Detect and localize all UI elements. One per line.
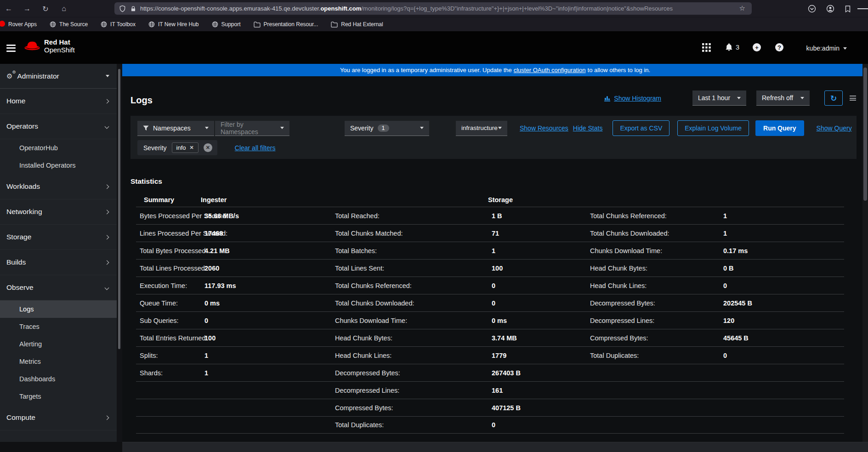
forward-icon[interactable]: →	[21, 3, 33, 15]
sidebar-subitem-targets[interactable]: Targets	[0, 388, 117, 405]
show-histogram-link[interactable]: Show Histogram	[604, 95, 661, 102]
stat-label: Head Chunk Bytes:	[331, 334, 488, 342]
stat-value: 0	[488, 299, 586, 307]
stat-value: 3.74 MB	[488, 334, 586, 342]
sidebar-subitem-metrics[interactable]: Metrics	[0, 353, 117, 370]
add-icon[interactable]: +	[753, 43, 761, 51]
stat-label: Total Reached:	[331, 212, 488, 220]
hide-stats-link[interactable]: Hide Stats	[573, 124, 603, 132]
bell-icon	[725, 43, 733, 51]
pocket-icon[interactable]	[806, 3, 817, 14]
table-row: Shards:1Decompressed Bytes:267403 B	[136, 364, 844, 381]
show-resources-link[interactable]: Show Resources	[520, 124, 568, 132]
stat-label: Splits:	[136, 352, 201, 359]
sidebar-subitem-operatorhub[interactable]: OperatorHub	[0, 139, 117, 157]
sidebar-item-operators[interactable]: Operators	[0, 114, 117, 139]
column-header-ingester: Ingester	[201, 196, 331, 203]
sidebar-item-networking[interactable]: Networking	[0, 199, 117, 225]
stat-label: Decompressed Bytes:	[586, 299, 720, 307]
severity-chip-info[interactable]: info ✕	[172, 142, 199, 153]
sidebar-subitem-installed-operators[interactable]: Installed Operators	[0, 157, 117, 174]
sync-icon: ↻	[830, 94, 837, 103]
chip-group-clear-icon[interactable]: ✕	[204, 143, 212, 152]
notifications-bell[interactable]: 3	[725, 43, 739, 51]
redhat-icon	[2, 21, 5, 28]
browser-menu-icon[interactable]	[857, 3, 868, 14]
stat-value: 35.66 MB/s	[201, 212, 331, 220]
namespaces-attribute-select[interactable]: Namespaces	[137, 121, 214, 136]
sidebar-subitem-traces[interactable]: Traces	[0, 318, 117, 335]
bottom-scroll-strip	[0, 442, 868, 452]
sidebar-subitem-alerting[interactable]: Alerting	[0, 335, 117, 353]
bookmark-item[interactable]: IT New Hire Hub	[148, 21, 199, 28]
sidebar-nav: ⚙⚙ Administrator HomeOperatorsOperatorHu…	[0, 64, 117, 452]
lock-icon[interactable]	[130, 5, 136, 12]
account-icon[interactable]	[825, 3, 836, 14]
refresh-interval-select[interactable]: Refresh off	[756, 90, 810, 106]
bookmarks-bar: Rover AppsThe SourceIT ToolboxIT New Hir…	[0, 17, 868, 31]
sync-button[interactable]: ↻	[824, 90, 843, 106]
severity-select[interactable]: Severity 1	[345, 121, 429, 136]
bookmark-item[interactable]: IT Toolbox	[101, 21, 136, 28]
back-icon[interactable]: ←	[3, 3, 15, 15]
stat-label: Decompressed Lines:	[586, 317, 720, 324]
bookmark-item[interactable]: Presentation Resour...	[254, 21, 318, 28]
sidebar-item-observe[interactable]: Observe	[0, 275, 117, 300]
table-row: Queue Time:0 msTotal Chunks Downloaded:0…	[136, 294, 844, 311]
sidebar-item-workloads[interactable]: Workloads	[0, 174, 117, 199]
sidebar-item-storage[interactable]: Storage	[0, 225, 117, 250]
table-row: Compressed Bytes:407125 B	[136, 399, 844, 416]
bookmark-item[interactable]: Red Hat External	[331, 21, 383, 28]
chevron-right-icon	[105, 415, 109, 420]
stat-label: Sub Queries:	[136, 317, 201, 324]
shield-icon[interactable]	[119, 5, 126, 12]
run-query-button[interactable]: Run Query	[755, 120, 804, 136]
time-range-select[interactable]: Last 1 hour	[692, 90, 746, 106]
banner-oauth-link[interactable]: cluster OAuth configuration	[514, 67, 586, 73]
bookmark-star-icon[interactable]: ☆	[739, 4, 745, 12]
bookmark-label: Presentation Resour...	[264, 21, 318, 28]
nav-toggle-icon[interactable]	[6, 43, 16, 53]
bookmark-item[interactable]: Rover Apps	[2, 21, 37, 28]
overflow-menu-icon[interactable]	[850, 94, 856, 102]
horizontal-scrollbar[interactable]	[122, 442, 868, 452]
stat-value: 71	[488, 230, 586, 237]
sidebar-item-home[interactable]: Home	[0, 89, 117, 114]
tenant-select[interactable]: infrastructure	[456, 121, 507, 136]
home-icon[interactable]: ⌂	[58, 3, 70, 15]
explain-log-volume-button[interactable]: Explain Log Volume	[677, 120, 749, 136]
filter-toolbar: Namespaces Filter by Namespaces Severity…	[130, 116, 857, 159]
sidebar-subitem-dashboards[interactable]: Dashboards	[0, 370, 117, 388]
reload-icon[interactable]: ↻	[40, 3, 51, 15]
clear-all-filters-link[interactable]: Clear all filters	[235, 144, 276, 152]
export-csv-button[interactable]: Export as CSV	[613, 120, 669, 136]
sidebar-item-builds[interactable]: Builds	[0, 250, 117, 275]
stat-label: Compressed Bytes:	[586, 334, 720, 342]
sidebar-subitem-logs[interactable]: Logs	[0, 300, 117, 318]
masthead: Red Hat OpenShift 3 + ? kube:admin	[0, 31, 868, 64]
sidebar-item-compute[interactable]: Compute	[0, 405, 117, 430]
chip-close-icon[interactable]: ✕	[190, 145, 194, 151]
table-row: Total Duplicates:0	[136, 416, 844, 434]
stat-label: Total Duplicates:	[586, 352, 720, 359]
bookmark-label: The Source	[59, 21, 88, 28]
help-icon[interactable]: ?	[775, 43, 783, 51]
bookmark-item[interactable]: The Source	[50, 21, 88, 28]
library-icon[interactable]	[842, 3, 853, 14]
perspective-switcher[interactable]: ⚙⚙ Administrator	[0, 64, 117, 89]
show-query-link[interactable]: Show Query	[817, 124, 852, 132]
sidebar-scrollbar-thumb[interactable]	[118, 69, 120, 349]
chevron-down-icon	[280, 127, 284, 129]
bookmark-item[interactable]: Support	[212, 21, 241, 28]
namespaces-filter-select[interactable]: Filter by Namespaces	[215, 121, 289, 136]
app-launcher-icon[interactable]	[702, 43, 711, 52]
stat-value: 0 ms	[488, 317, 586, 324]
stat-value: 2060	[201, 265, 331, 272]
globe-icon	[148, 21, 155, 28]
statistics-section: Statistics Summary Ingester Storage Byte…	[130, 177, 868, 434]
url-bar[interactable]: https://console-openshift-console.apps.e…	[114, 2, 752, 15]
page-scrollbar-thumb[interactable]	[863, 68, 867, 201]
stat-value: 0.17 ms	[720, 247, 844, 254]
user-menu[interactable]: kube:admin	[806, 45, 847, 52]
stat-label: Decompressed Bytes:	[331, 369, 488, 377]
